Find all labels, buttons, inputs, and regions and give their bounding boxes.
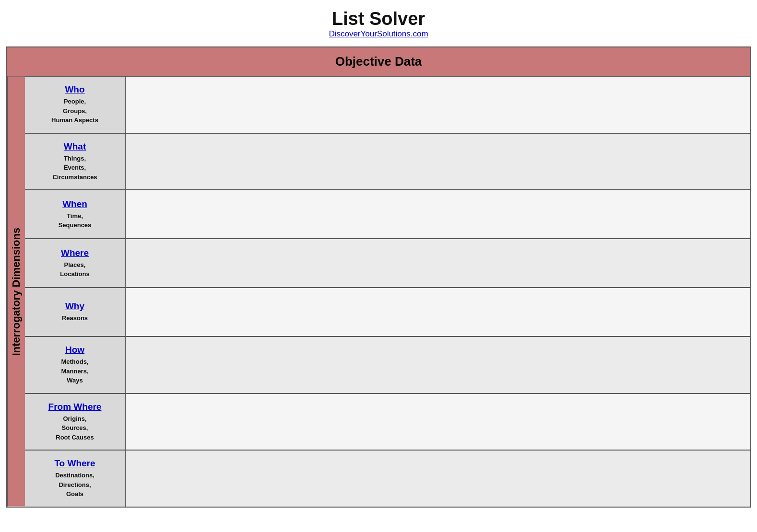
row-label-when: WhenTime,Sequences: [25, 190, 126, 238]
row-desc-to-where: Destinations,Directions,Goals: [55, 471, 95, 499]
row-content-what: [126, 134, 750, 190]
row-label-to-where: To WhereDestinations,Directions,Goals: [25, 451, 126, 507]
row-desc-when: Time,Sequences: [59, 211, 92, 230]
row-desc-from-where: Origins,Sources,Root Causes: [56, 414, 94, 442]
page-header: List Solver DiscoverYourSolutions.com: [0, 0, 757, 42]
row-label-where: WherePlaces,Locations: [25, 239, 126, 287]
sidebar-label: Interrogatory Dimensions: [7, 77, 25, 507]
row-link-who[interactable]: Who: [65, 84, 84, 95]
row-content-when: [126, 190, 750, 238]
row-link-why[interactable]: Why: [65, 301, 84, 312]
table-row: WhenTime,Sequences: [25, 190, 750, 239]
table-row: WhatThings,Events,Circumstances: [25, 134, 750, 191]
table-row: WherePlaces,Locations: [25, 239, 750, 288]
row-label-who: WhoPeople,Groups,Human Aspects: [25, 77, 126, 133]
table-row: HowMethods,Manners,Ways: [25, 337, 750, 394]
row-link-where[interactable]: Where: [61, 248, 89, 258]
row-content-how: [126, 337, 750, 393]
page-title: List Solver: [0, 9, 757, 29]
table-row: To WhereDestinations,Directions,Goals: [25, 451, 750, 507]
row-desc-why: Reasons: [62, 313, 88, 323]
row-link-when[interactable]: When: [62, 199, 87, 209]
row-link-to-where[interactable]: To Where: [54, 458, 95, 469]
row-link-from-where[interactable]: From Where: [48, 402, 102, 412]
row-content-who: [126, 77, 750, 133]
section-header: Objective Data: [7, 47, 750, 77]
table-row: From WhereOrigins,Sources,Root Causes: [25, 394, 750, 451]
row-label-how: HowMethods,Manners,Ways: [25, 337, 126, 393]
row-desc-who: People,Groups,Human Aspects: [51, 97, 98, 125]
row-content-to-where: [126, 451, 750, 507]
rows-container: WhoPeople,Groups,Human AspectsWhatThings…: [25, 77, 750, 507]
row-content-from-where: [126, 394, 750, 450]
row-label-what: WhatThings,Events,Circumstances: [25, 134, 126, 190]
row-desc-how: Methods,Manners,Ways: [61, 357, 88, 385]
row-label-why: WhyReasons: [25, 288, 126, 336]
table-row: WhyReasons: [25, 288, 750, 337]
row-link-how[interactable]: How: [65, 345, 84, 355]
row-link-what[interactable]: What: [64, 141, 86, 152]
table-body: Interrogatory Dimensions WhoPeople,Group…: [7, 77, 750, 507]
main-table: Objective Data Interrogatory Dimensions …: [6, 46, 751, 508]
table-row: WhoPeople,Groups,Human Aspects: [25, 77, 750, 134]
row-content-where: [126, 239, 750, 287]
row-desc-what: Things,Events,Circumstances: [52, 154, 97, 182]
row-label-from-where: From WhereOrigins,Sources,Root Causes: [25, 394, 126, 450]
row-content-why: [126, 288, 750, 336]
site-link[interactable]: DiscoverYourSolutions.com: [329, 29, 428, 38]
row-desc-where: Places,Locations: [60, 260, 89, 279]
